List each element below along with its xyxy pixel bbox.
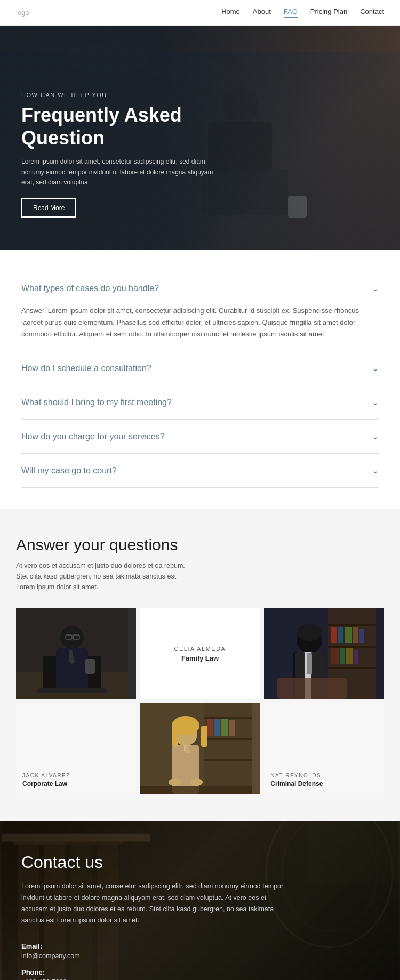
lawyer-info-jack: JACK ALVAREZ Corporate Law	[16, 766, 136, 794]
hero-content: HOW CAN WE HELP YOU Frequently Asked Que…	[21, 92, 219, 218]
svg-rect-21	[328, 624, 376, 626]
logo: logo	[16, 9, 29, 17]
faq-question-5[interactable]: Will my case go to court? ⌄	[21, 454, 379, 487]
svg-rect-39	[277, 678, 347, 699]
lawyer-card-man-desk	[16, 608, 136, 699]
chevron-down-icon: ⌄	[372, 465, 379, 476]
lawyer-card-blonde-woman	[140, 703, 260, 794]
lawyer-photo-blonde	[140, 703, 260, 794]
faq-answer-1: Answer. Lorem ipsum dolor sit amet, cons…	[21, 305, 379, 351]
svg-rect-48	[221, 719, 228, 736]
lawyer-info-nat: NAT REYNOLDS Criminal Defense	[264, 766, 384, 794]
lawyer-card-celia: CELIA ALMEDA Family Law	[140, 608, 260, 699]
contact-title: Contact us	[21, 853, 379, 872]
lawyer-name-celia: CELIA ALMEDA	[174, 646, 226, 652]
svg-rect-24	[331, 627, 337, 643]
faq-section: What types of cases do you handle? ⌄ Ans…	[0, 250, 400, 509]
faq-item-2: How do I schedule a consultation? ⌄	[21, 351, 379, 385]
nav-pricing[interactable]: Pricing Plan	[310, 7, 347, 18]
faq-item-4: How do you charge for your services? ⌄	[21, 420, 379, 454]
faq-item-5: Will my case go to court? ⌄	[21, 454, 379, 488]
svg-rect-31	[346, 648, 353, 664]
svg-rect-38	[307, 653, 312, 674]
chevron-down-icon: ⌄	[372, 397, 379, 407]
svg-rect-44	[204, 738, 252, 740]
svg-point-58	[190, 778, 203, 786]
svg-rect-47	[214, 719, 220, 736]
lawyers-section-description: At vero eos et accusam et justo duo dolo…	[16, 560, 187, 592]
svg-rect-23	[328, 667, 376, 669]
svg-rect-45	[204, 759, 252, 761]
svg-rect-46	[207, 719, 213, 736]
hero-title: Frequently Asked Question	[21, 103, 219, 149]
navigation: logo Home About FAQ Pricing Plan Contact	[0, 0, 400, 26]
svg-rect-22	[328, 646, 376, 648]
nav-links: Home About FAQ Pricing Plan Contact	[221, 7, 384, 18]
lawyer-photo-woman-bookshelf	[264, 608, 384, 699]
hero-description: Lorem ipsum dolor sit amet, consetetur s…	[21, 157, 219, 188]
chevron-down-icon: ⌄	[372, 363, 379, 373]
svg-rect-26	[345, 627, 352, 643]
svg-point-34	[297, 624, 322, 641]
contact-description: Lorem ipsum dolor sit amet, consetetur s…	[21, 881, 288, 926]
svg-rect-27	[353, 627, 358, 643]
faq-question-3[interactable]: What should I bring to my first meeting?…	[21, 385, 379, 419]
contact-content: Contact us Lorem ipsum dolor sit amet, c…	[21, 853, 379, 980]
svg-rect-69	[2, 834, 150, 842]
faq-question-1[interactable]: What types of cases do you handle? ⌄	[21, 271, 379, 305]
contact-section: Contact us Lorem ipsum dolor sit amet, c…	[0, 821, 400, 980]
lawyer-name-jack: JACK ALVAREZ	[22, 773, 130, 778]
svg-rect-52	[172, 726, 178, 747]
lawyer-card-jack: JACK ALVAREZ Corporate Law	[16, 703, 136, 794]
faq-item-1: What types of cases do you handle? ⌄ Ans…	[21, 271, 379, 351]
svg-rect-25	[338, 627, 343, 643]
lawyer-specialty-jack: Corporate Law	[22, 780, 130, 788]
lawyer-card-bookshelf-woman	[264, 608, 384, 699]
contact-phone-field: Phone: +123-456-7890	[21, 968, 379, 980]
contact-email-label: Email:	[21, 942, 379, 950]
svg-rect-53	[201, 726, 207, 747]
svg-rect-43	[204, 717, 252, 719]
svg-rect-59	[140, 786, 252, 794]
svg-point-57	[169, 778, 181, 786]
faq-question-2[interactable]: How do I schedule a consultation? ⌄	[21, 351, 379, 385]
hero-read-more-button[interactable]: Read More	[21, 198, 76, 218]
lawyer-name-nat: NAT REYNOLDS	[270, 773, 378, 778]
hero-section: HOW CAN WE HELP YOU Frequently Asked Que…	[0, 26, 400, 250]
faq-item-3: What should I bring to my first meeting?…	[21, 385, 379, 420]
contact-phone-label: Phone:	[21, 968, 379, 976]
hero-pre-title: HOW CAN WE HELP YOU	[21, 92, 219, 98]
lawyers-section-title: Answer your questions	[16, 536, 384, 554]
lawyer-card-nat: NAT REYNOLDS Criminal Defense	[264, 703, 384, 794]
contact-email-value: info@company.com	[21, 952, 379, 960]
chevron-down-icon: ⌄	[372, 283, 379, 293]
svg-rect-18	[85, 659, 95, 674]
nav-faq[interactable]: FAQ	[284, 7, 298, 18]
lawyer-photo-man	[16, 608, 136, 699]
nav-home[interactable]: Home	[221, 7, 240, 18]
lawyers-section: Answer your questions At vero eos et acc…	[0, 509, 400, 821]
svg-rect-29	[331, 648, 339, 664]
svg-rect-32	[354, 650, 358, 664]
svg-rect-12	[37, 688, 107, 693]
chevron-down-icon: ⌄	[372, 431, 379, 441]
svg-rect-30	[340, 648, 345, 664]
contact-email-field: Email: info@company.com	[21, 942, 379, 960]
svg-rect-49	[229, 720, 235, 736]
nav-about[interactable]: About	[253, 7, 271, 18]
nav-contact[interactable]: Contact	[360, 7, 384, 18]
lawyer-specialty-celia: Family Law	[181, 654, 219, 662]
lawyer-specialty-nat: Criminal Defense	[270, 780, 378, 788]
lawyers-grid: CELIA ALMEDA Family Law	[16, 608, 384, 794]
faq-question-4[interactable]: How do you charge for your services? ⌄	[21, 420, 379, 453]
svg-rect-28	[359, 629, 364, 643]
